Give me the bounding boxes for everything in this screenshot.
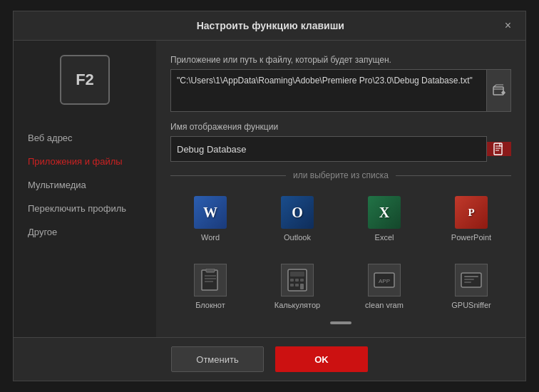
scroll-indicator	[170, 321, 511, 324]
divider-right	[396, 175, 511, 176]
cancel-button[interactable]: Отменить	[171, 346, 264, 372]
app-item-cleanvram[interactable]: APP clean vram	[344, 258, 424, 319]
cleanvram-icon: APP	[368, 264, 401, 296]
sidebar-item-apps[interactable]: Приложения и файлы	[14, 150, 156, 173]
app-label-powerpoint: PowerPoint	[451, 233, 491, 242]
svg-rect-0	[493, 87, 503, 95]
app-item-notepad[interactable]: Блокнот	[170, 258, 250, 319]
app-label-word: Word	[201, 233, 220, 242]
app-label-notepad: Блокнот	[195, 301, 225, 309]
main-panel: Приложение или путь к файлу, который буд…	[156, 41, 525, 337]
title-bar: Настроить функцию клавиши ×	[14, 11, 525, 41]
app-label-excel: Excel	[375, 233, 394, 242]
divider-text: или выберите из списка	[293, 170, 389, 180]
display-name-input[interactable]	[170, 136, 487, 162]
sidebar-nav: Веб адрес Приложения и файлы Мультимедиа…	[14, 126, 156, 244]
app-item-powerpoint[interactable]: P PowerPoint	[431, 190, 511, 251]
app-label-calculator: Калькулятор	[274, 301, 320, 309]
app-item-word[interactable]: W Word	[170, 190, 250, 251]
calculator-icon	[281, 264, 314, 296]
notepad-icon	[194, 264, 227, 296]
name-input-row	[170, 136, 511, 162]
name-icon-button[interactable]	[487, 142, 511, 156]
name-field-label: Имя отображения функции	[170, 122, 511, 132]
file-input-row: "C:\Users\1\AppData\Roaming\Adobe\Premie…	[170, 69, 511, 112]
scroll-dot	[330, 321, 351, 324]
excel-icon: X	[368, 196, 401, 229]
svg-rect-11	[290, 272, 304, 277]
app-item-calculator[interactable]: Калькулятор	[257, 258, 337, 319]
app-item-excel[interactable]: X Excel	[344, 190, 424, 251]
app-label-outlook: Outlook	[284, 233, 311, 242]
content-area: F2 Веб адрес Приложения и файлы Мультиме…	[14, 41, 525, 337]
svg-rect-9	[206, 269, 215, 272]
close-button[interactable]: ×	[502, 19, 514, 33]
sidebar-item-media[interactable]: Мультимедиа	[14, 173, 156, 197]
svg-rect-16	[295, 284, 299, 287]
svg-text:APP: APP	[379, 278, 390, 284]
svg-rect-4	[494, 143, 502, 155]
file-field-label: Приложение или путь к файлу, который буд…	[170, 55, 511, 65]
word-icon: W	[194, 196, 227, 229]
powerpoint-icon: P	[455, 196, 488, 229]
sidebar-item-profile[interactable]: Переключить профиль	[14, 197, 156, 220]
key-box: F2	[60, 55, 110, 105]
key-display: F2	[14, 55, 156, 105]
svg-rect-23	[464, 282, 471, 283]
gpusniffer-icon	[455, 264, 488, 296]
sidebar-item-web[interactable]: Веб адрес	[14, 126, 156, 150]
app-label-cleanvram: clean vram	[365, 301, 404, 309]
outlook-icon: O	[281, 196, 314, 229]
svg-rect-14	[300, 279, 304, 282]
dialog: Настроить функцию клавиши × F2 Веб адрес…	[13, 11, 526, 381]
svg-rect-22	[464, 279, 474, 280]
ok-button[interactable]: OK	[275, 346, 368, 372]
apps-grid: W Word O Outlook X Excel	[170, 190, 511, 319]
svg-rect-5	[202, 270, 217, 290]
app-item-gpusniffer[interactable]: GPUSniffer	[431, 258, 511, 319]
svg-rect-21	[464, 276, 478, 277]
svg-rect-17	[300, 284, 304, 289]
footer: Отменить OK	[14, 337, 525, 381]
sidebar-item-other[interactable]: Другое	[14, 220, 156, 244]
svg-rect-15	[290, 284, 294, 287]
file-path-input[interactable]: "C:\Users\1\AppData\Roaming\Adobe\Premie…	[170, 69, 487, 112]
browse-file-button[interactable]	[487, 69, 511, 112]
svg-rect-13	[295, 279, 299, 282]
divider-row: или выберите из списка	[170, 170, 511, 180]
key-label: F2	[76, 71, 94, 89]
app-label-gpusniffer: GPUSniffer	[451, 301, 491, 309]
svg-rect-12	[290, 279, 294, 282]
sidebar: F2 Веб адрес Приложения и файлы Мультиме…	[14, 41, 156, 337]
divider-left	[170, 175, 286, 176]
app-item-outlook[interactable]: O Outlook	[257, 190, 337, 251]
dialog-title: Настроить функцию клавиши	[39, 20, 502, 31]
